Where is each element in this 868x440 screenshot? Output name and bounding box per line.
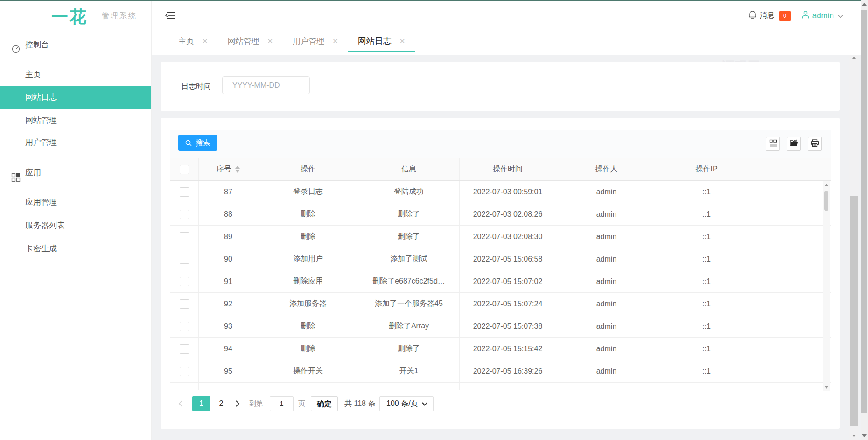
col-header-operator: 操作人: [556, 158, 657, 180]
tab-site-logs[interactable]: 网站日志✕: [348, 30, 415, 52]
sidebar-item-card-gen[interactable]: 卡密生成: [0, 238, 151, 260]
table-cell: 删除了: [358, 226, 460, 248]
tab-close-icon[interactable]: ✕: [202, 37, 208, 45]
table-cell: 添加服务器: [258, 293, 358, 315]
tab-home[interactable]: 主页✕: [168, 30, 218, 52]
tab-close-icon[interactable]: ✕: [332, 37, 338, 45]
table-row: 89删除删除了2022-07-03 02:08:30admin::1: [170, 226, 831, 248]
sidebar-item-user-mgmt[interactable]: 用户管理: [0, 131, 151, 154]
table-cell: 操作开关: [258, 360, 358, 382]
sidebar-item-apps[interactable]: 应用: [0, 162, 151, 184]
goto-page-input[interactable]: [270, 396, 294, 411]
row-checkbox[interactable]: [180, 187, 189, 197]
sidebar-item-app-mgmt[interactable]: 应用管理: [0, 191, 151, 213]
table-body: 87登录日志登陆成功2022-07-03 00:59:01admin::188删…: [170, 181, 831, 383]
table-row: 92添加服务器添加了一个服务器452022-07-05 15:07:24admi…: [170, 293, 831, 315]
table-cell: admin: [556, 360, 657, 382]
content-scrollbar-thumb[interactable]: [850, 196, 858, 426]
table-cell: 登录日志: [258, 181, 358, 203]
table-row: 94删除删除了2022-07-05 15:15:42admin::1: [170, 338, 831, 360]
table-cell-extra: [756, 360, 831, 382]
table-cell: ::1: [657, 181, 756, 203]
row-checkbox[interactable]: [180, 322, 189, 331]
sidebar-item-label: 卡密生成: [25, 238, 57, 260]
col-header-action: 操作: [258, 158, 358, 180]
table-cell: ::1: [657, 248, 756, 270]
table-row: 87登录日志登陆成功2022-07-03 00:59:01admin::1: [170, 181, 831, 203]
row-checkbox[interactable]: [180, 255, 189, 264]
confirm-button[interactable]: 确定: [311, 396, 338, 411]
sidebar-item-server-list[interactable]: 服务器列表: [0, 214, 151, 237]
row-checkbox[interactable]: [180, 232, 189, 241]
table-cell-extra: [756, 315, 831, 337]
table-cell-extra: [756, 181, 831, 203]
tab-close-icon[interactable]: ✕: [267, 37, 273, 45]
page-2-button[interactable]: 2: [214, 396, 228, 411]
table-cell: 2022-07-05 15:07:38: [460, 315, 556, 337]
row-checkbox[interactable]: [180, 210, 189, 219]
table-cell-extra: [756, 338, 831, 360]
next-page-icon[interactable]: [235, 396, 240, 411]
row-checkbox[interactable]: [180, 344, 189, 354]
sidebar-item-site-mgmt[interactable]: 网站管理: [0, 109, 151, 132]
tab-label: 主页: [178, 36, 194, 47]
scroll-up-icon[interactable]: [862, 3, 867, 6]
row-checkbox[interactable]: [180, 299, 189, 309]
tab-user-mgmt[interactable]: 用户管理✕: [283, 30, 348, 52]
table-cell: 删除: [258, 315, 358, 337]
tab-site-mgmt[interactable]: 网站管理✕: [218, 30, 283, 52]
top-header: 消息 0 admin: [152, 1, 861, 30]
content-scrollbar[interactable]: [849, 55, 859, 440]
row-checkbox[interactable]: [180, 277, 189, 286]
user-icon: [801, 10, 810, 21]
table-cell: admin: [556, 293, 657, 315]
select-all-checkbox[interactable]: [180, 165, 189, 174]
browser-scrollbar-thumb[interactable]: [861, 10, 867, 413]
messages-badge[interactable]: 0: [779, 11, 791, 21]
page-1-button[interactable]: 1: [192, 396, 210, 411]
page-unit-label: 页: [298, 396, 305, 411]
table-cell: admin: [556, 270, 657, 292]
table-cell: 94: [199, 338, 258, 360]
table-cell: 2022-07-05 15:07:02: [460, 270, 556, 292]
sidebar-item-label: 服务器列表: [25, 214, 65, 237]
sidebar-item-label: 用户管理: [25, 131, 57, 154]
page-size-select[interactable]: 100 条/页: [379, 396, 434, 411]
table-cell: 删除应用: [258, 270, 358, 292]
sidebar-item-site-logs[interactable]: 网站日志: [0, 86, 151, 109]
table-cell: admin: [556, 315, 657, 337]
search-button-label: 搜索: [196, 138, 210, 148]
table-scrollbar[interactable]: [823, 181, 830, 391]
prev-page-icon[interactable]: [178, 396, 183, 411]
print-button[interactable]: [808, 137, 822, 151]
table-scrollbar-thumb[interactable]: [824, 191, 828, 211]
row-checkbox[interactable]: [180, 367, 189, 376]
pagination: 1 2 到第 页 确定 共 118 条 100 条/页: [161, 396, 840, 411]
content-area: YYDS源码网 日志时间 搜索: [152, 55, 861, 440]
tab-close-icon[interactable]: ✕: [399, 37, 406, 45]
tab-label: 网站日志: [358, 35, 392, 47]
total-count: 共 118 条: [344, 396, 375, 411]
table-cell: 2022-07-05 15:07:24: [460, 293, 556, 315]
messages-label[interactable]: 消息: [760, 11, 775, 21]
sidebar-item-console[interactable]: 控制台: [0, 34, 151, 56]
export-button[interactable]: [787, 137, 801, 151]
bell-icon[interactable]: [748, 10, 757, 21]
user-menu[interactable]: admin: [801, 10, 843, 21]
sort-icon[interactable]: [235, 166, 240, 173]
table-cell: 删除了e687c6c2f5d…: [358, 270, 460, 292]
table-cell: ::1: [657, 293, 756, 315]
collapse-sidebar-icon[interactable]: [165, 11, 175, 20]
table-row: 90添加用户添加了测试2022-07-05 15:06:58admin::1: [170, 248, 831, 270]
table-cell: ::1: [657, 360, 756, 382]
top-accent-strip: [0, 0, 868, 1]
columns-filter-button[interactable]: [766, 137, 780, 151]
col-header-seq[interactable]: 序号: [199, 158, 258, 180]
log-date-input[interactable]: [222, 76, 310, 94]
search-button[interactable]: 搜索: [178, 135, 217, 151]
scroll-down-icon[interactable]: [862, 434, 867, 437]
table-cell: 90: [199, 248, 258, 270]
browser-scrollbar[interactable]: [861, 0, 868, 440]
table-cell: 2022-07-05 16:39:26: [460, 360, 556, 382]
sidebar-item-home[interactable]: 主页: [0, 64, 151, 86]
